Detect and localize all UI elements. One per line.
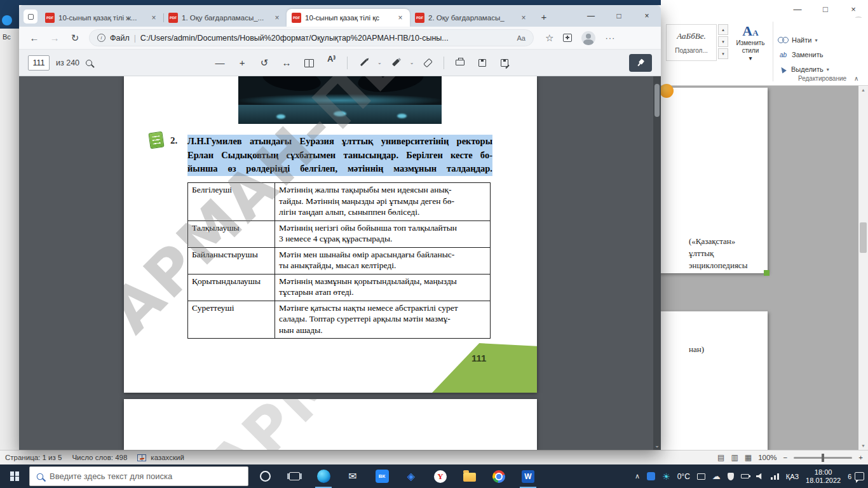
- taskbar-clock[interactable]: 18:00 18.01.2022: [806, 468, 841, 485]
- read-mode-view-button[interactable]: ▤: [717, 453, 724, 462]
- tray-app-icon[interactable]: [647, 472, 655, 480]
- word-scrollbar[interactable]: ▲ ▼: [858, 86, 868, 450]
- profile-avatar[interactable]: [581, 31, 595, 45]
- taskbar-search-box[interactable]: Введите здесь текст для поиска: [29, 466, 248, 486]
- erase-button[interactable]: [419, 54, 436, 72]
- zoom-in-word-button[interactable]: +: [858, 454, 863, 461]
- zoom-out-button[interactable]: —: [212, 54, 228, 72]
- draw-button[interactable]: [355, 54, 372, 72]
- weather-temp-label[interactable]: 0°C: [677, 472, 690, 481]
- collections-icon[interactable]: [563, 34, 572, 42]
- style-gallery-item-subtitle[interactable]: АаБбВе. Подзагол...: [666, 24, 717, 61]
- zoom-slider-thumb[interactable]: [822, 454, 824, 462]
- collapse-ribbon-button[interactable]: ∧: [854, 75, 858, 82]
- styles-gallery-up-button[interactable]: ▴: [718, 24, 728, 35]
- tab-2[interactable]: PDF 1. Оқу бағдарламасы_... ×: [163, 9, 287, 27]
- zoom-out-word-button[interactable]: −: [783, 454, 788, 461]
- highlight-button[interactable]: [388, 54, 404, 72]
- find-button[interactable]: Найти ▾: [778, 34, 817, 46]
- save-button[interactable]: [474, 54, 491, 72]
- tab-3-active[interactable]: PDF 10-сынып қазақ тілі қс ×: [287, 9, 410, 27]
- taskbar-mail-button[interactable]: ✉: [340, 464, 365, 488]
- styles-gallery-more-button[interactable]: ▾: [718, 48, 728, 59]
- weather-icon[interactable]: ☀: [662, 471, 670, 482]
- task-view-button[interactable]: [281, 464, 307, 488]
- web-layout-view-button[interactable]: ▦: [745, 453, 752, 462]
- page-view-button[interactable]: [301, 54, 317, 72]
- defender-shield-icon[interactable]: [728, 473, 734, 480]
- proofing-status-icon[interactable]: [137, 454, 146, 461]
- lesson-photo: [238, 76, 442, 124]
- taskbar-chrome-button[interactable]: [486, 464, 512, 488]
- tab-1-close-icon[interactable]: ×: [149, 13, 158, 22]
- word-close-button[interactable]: ×: [839, 0, 867, 18]
- zoom-level-label[interactable]: 100%: [758, 454, 776, 461]
- onedrive-icon[interactable]: ☁: [712, 471, 721, 481]
- language-label[interactable]: казахский: [151, 454, 184, 461]
- tab-actions-button[interactable]: [24, 10, 37, 24]
- network-signal-icon[interactable]: [771, 473, 779, 480]
- settings-menu-icon[interactable]: ···: [605, 33, 615, 43]
- refresh-button[interactable]: ↻: [66, 29, 84, 47]
- draw-caret-icon[interactable]: ⌄: [377, 60, 382, 65]
- edge-maximize-button[interactable]: □: [605, 5, 633, 26]
- zoom-slider[interactable]: [794, 457, 852, 459]
- volume-icon[interactable]: [756, 473, 764, 480]
- forward-button[interactable]: →: [46, 29, 64, 47]
- print-button[interactable]: [452, 54, 468, 72]
- highlight-caret-icon[interactable]: ⌄: [410, 60, 414, 65]
- tab-4-close-icon[interactable]: ×: [519, 13, 528, 22]
- page-number-input[interactable]: [28, 55, 50, 71]
- tab-1[interactable]: PDF 10-сынып қазақ тілі ж... ×: [40, 9, 163, 27]
- start-button[interactable]: [0, 464, 29, 488]
- taskbar-vk-button[interactable]: ВК: [369, 464, 395, 488]
- styles-gallery-down-button[interactable]: ▾: [718, 36, 728, 47]
- notebook-lines: [152, 135, 161, 145]
- word-scrollbar-thumb[interactable]: [860, 222, 867, 253]
- edge-close-button[interactable]: ×: [633, 5, 661, 26]
- fit-to-width-button[interactable]: ↔: [278, 54, 295, 72]
- tab-2-close-icon[interactable]: ×: [273, 13, 281, 22]
- tab-3-close-icon[interactable]: ×: [396, 13, 405, 22]
- page-info-label[interactable]: Страница: 1 из 5: [5, 454, 62, 461]
- battery-icon[interactable]: [741, 474, 749, 478]
- new-tab-button[interactable]: +: [536, 8, 552, 25]
- pin-toolbar-button[interactable]: [629, 54, 652, 72]
- replace-button[interactable]: ab Заменить: [778, 49, 823, 60]
- page-info-icon[interactable]: i: [97, 34, 105, 42]
- select-button[interactable]: Выделить ▾: [778, 64, 829, 75]
- print-layout-view-button[interactable]: ▥: [731, 453, 738, 462]
- word-count-label[interactable]: Число слов: 498: [72, 454, 127, 461]
- word-scroll-down-icon[interactable]: ▼: [858, 444, 868, 448]
- word-scroll-up-icon[interactable]: ▲: [858, 88, 868, 92]
- reader-settings-icon[interactable]: Aa: [517, 34, 526, 42]
- tab-4[interactable]: PDF 2. Оқу бағдарламасы_ ×: [410, 9, 533, 27]
- language-indicator[interactable]: ҚАЗ: [786, 473, 799, 480]
- back-button[interactable]: ←: [25, 29, 43, 47]
- edge-minimize-button[interactable]: —: [577, 5, 605, 26]
- mail-icon: ✉: [348, 470, 356, 482]
- pdf-search-icon[interactable]: [86, 60, 92, 66]
- tray-expand-icon[interactable]: ∧: [635, 472, 640, 480]
- taskbar-edge-button[interactable]: [311, 464, 336, 488]
- taskbar-word-button[interactable]: W: [515, 464, 541, 488]
- zoom-in-button[interactable]: +: [234, 54, 250, 72]
- taskbar-dropbox-button[interactable]: ◈: [398, 464, 424, 488]
- pdf-scrollbar[interactable]: ⌄: [653, 76, 661, 450]
- rotate-button[interactable]: ↺: [256, 54, 273, 72]
- pdf-scroll-down-icon[interactable]: ⌄: [653, 442, 661, 449]
- pdf-scrollbar-thumb[interactable]: [654, 84, 660, 117]
- read-aloud-button[interactable]: A)): [323, 54, 339, 72]
- taskbar-explorer-button[interactable]: [457, 464, 482, 488]
- change-styles-button[interactable]: АА Изменить стили ▾: [732, 23, 769, 81]
- cortana-button[interactable]: [252, 464, 278, 488]
- favorites-icon[interactable]: ☆: [545, 32, 553, 44]
- word-minimize-button[interactable]: —: [783, 0, 811, 18]
- action-center-icon[interactable]: [855, 472, 864, 480]
- address-url[interactable]: C:/Users/admin/Documents/Новый%20формат/…: [140, 34, 513, 43]
- display-tray-icon[interactable]: [697, 473, 705, 480]
- address-bar[interactable]: i Файл | C:/Users/admin/Documents/Новый%…: [89, 29, 534, 46]
- taskbar-yandex-button[interactable]: Y: [428, 464, 453, 488]
- word-restore-button[interactable]: □: [811, 0, 839, 18]
- save-as-button[interactable]: [496, 54, 513, 72]
